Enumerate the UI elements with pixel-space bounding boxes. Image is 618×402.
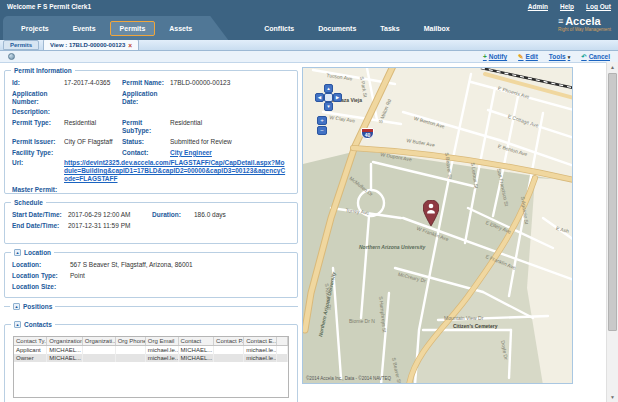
column-header[interactable]: Org Email	[145, 337, 178, 346]
table-cell: MICHAEL...	[47, 346, 83, 355]
zoom-in-button[interactable]: +	[317, 116, 327, 125]
section-title: Contacts	[24, 321, 52, 328]
subtab-view-label: View : 17BLD-00000-00123	[50, 42, 125, 48]
table-cell: michael.le...	[145, 354, 178, 362]
main-nav: ProjectsEventsPermitsAssets ConflictsDoc…	[0, 13, 618, 40]
pan-right-icon[interactable]: ▶	[333, 93, 342, 102]
column-header[interactable]: Organizati...	[82, 337, 115, 346]
close-tab-icon[interactable]: ×	[128, 42, 132, 49]
pan-center-button[interactable]	[324, 93, 333, 102]
interstate-40-shield-icon: 40	[361, 128, 374, 139]
nav-tab-documents[interactable]: Documents	[308, 21, 366, 36]
table-row[interactable]: OwnerMICHAEL...michael.le...MICHAEL...mi…	[14, 354, 288, 362]
column-header[interactable]: Organization	[47, 337, 83, 346]
table-cell: michael.le...	[145, 346, 178, 355]
zoom-out-button[interactable]: −	[317, 126, 327, 135]
logout-link[interactable]: Log Out	[586, 3, 611, 10]
pan-up-icon[interactable]: ▲	[324, 84, 333, 93]
cancel-button[interactable]: ↶Cancel	[581, 53, 610, 61]
nav-secondary-group: ConflictsDocumentsTasksMailbox	[254, 16, 459, 40]
field-label: Application Date:	[122, 90, 170, 106]
table-cell: MICHAEL...	[178, 354, 214, 362]
schedule-section: Schedule Start Date/Time:2017-06-29 12:0…	[4, 202, 298, 244]
table-cell	[277, 354, 288, 362]
field-label: End Date/Time:	[12, 222, 68, 230]
accela-logo: ≡Accela Right of Way Management	[558, 16, 611, 33]
field-value: City OF Flagstaff	[64, 138, 122, 146]
field-label: Facility Type:	[12, 149, 64, 157]
table-header-row: Contact Ty...OrganizationOrganizati...Or…	[14, 337, 288, 346]
schedule-row: Start Date/Time:2017-06-29 12:00 AMDurat…	[12, 211, 291, 219]
field-label: Permit Name:	[122, 79, 170, 87]
top-links: Admin Help Log Out	[528, 3, 611, 10]
subtab-view-permit[interactable]: View : 17BLD-00000-00123 ×	[43, 39, 139, 50]
notify-button[interactable]: +Notify	[483, 53, 507, 60]
permit-info-row: Master Permit:	[12, 186, 291, 194]
permit-info-row: Permit Issuer:City OF FlagstaffStatus:Su…	[12, 138, 291, 146]
content-area: Permit Information Id:17-2017-4-0365Perm…	[0, 63, 618, 402]
column-header[interactable]: Org Phone	[115, 337, 145, 346]
tools-button[interactable]: Tools▾	[549, 53, 570, 60]
field-label: Location:	[12, 261, 70, 269]
nav-tab-tasks[interactable]: Tasks	[370, 21, 409, 36]
field-label: Status:	[122, 138, 170, 146]
url-link[interactable]: https://devint2325.dev.accela.com/FLAGST…	[64, 159, 285, 182]
field-label: Description:	[12, 108, 64, 116]
permit-info-row: Application Number:Application Date:	[12, 90, 291, 106]
field-label: Id:	[12, 79, 64, 87]
location-row: Location Type:Point	[12, 272, 291, 280]
permit-information-section: Permit Information Id:17-2017-4-0365Perm…	[4, 70, 298, 194]
table-cell	[82, 346, 115, 355]
permit-info-row: Url:https://devint2325.dev.accela.com/FL…	[12, 159, 291, 182]
map-copyright: ©2014 Accela Inc., Data - ©2014 NAVTEQ	[306, 376, 391, 381]
nav-tab-events[interactable]: Events	[63, 21, 106, 36]
table-cell	[115, 346, 145, 355]
map-zoom-control: + −	[317, 116, 327, 136]
field-value[interactable]: City Engineer	[170, 149, 291, 157]
help-link[interactable]: Help	[560, 3, 574, 10]
collapse-icon[interactable]: ▲	[14, 249, 21, 256]
pan-left-icon[interactable]: ◀	[315, 93, 324, 102]
gis-map[interactable]: Tucson AveS Park StLa Plaza ViejaS Milto…	[302, 67, 573, 384]
table-row[interactable]: ApplicantMICHAEL...michael.le...MICHAEL.…	[14, 346, 288, 355]
permit-info-row: Facility Type:Contact:City Engineer	[12, 149, 291, 157]
edit-button[interactable]: ✎Edit	[518, 53, 538, 61]
collapse-icon[interactable]: ▲	[14, 321, 21, 328]
nav-tab-projects[interactable]: Projects	[11, 21, 59, 36]
field-value: 567 S Beaver St, Flagstaff, Arizona, 860…	[70, 261, 291, 269]
field-value[interactable]: https://devint2325.dev.accela.com/FLAGST…	[64, 159, 291, 182]
nav-tab-permits[interactable]: Permits	[110, 21, 156, 36]
permit-info-row: Id:17-2017-4-0365Permit Name:17BLD-00000…	[12, 79, 291, 87]
edit-pencil-icon: ✎	[518, 53, 523, 61]
scroll-down-icon[interactable]: ▼	[607, 392, 618, 402]
collapse-icon[interactable]: ▲	[13, 303, 20, 310]
table-cell	[277, 346, 288, 355]
section-title: Permit Information	[14, 67, 72, 74]
accela-logo-icon: ≡	[558, 17, 563, 26]
nav-tab-assets[interactable]: Assets	[159, 21, 202, 36]
column-header[interactable]: Contact E...	[244, 337, 277, 346]
field-value: Residential	[64, 119, 122, 127]
location-section: ▲ Location Location:567 S Beaver St, Fla…	[4, 252, 298, 298]
nav-tab-conflicts[interactable]: Conflicts	[254, 21, 304, 36]
admin-link[interactable]: Admin	[528, 3, 548, 10]
refresh-icon[interactable]	[8, 53, 15, 60]
table-cell: michael.le...	[244, 346, 277, 355]
column-header[interactable]: Contact P...	[214, 337, 244, 346]
notify-plus-icon: +	[483, 53, 487, 60]
subtab-permits[interactable]: Permits	[3, 40, 39, 50]
column-header[interactable]: Contact	[178, 337, 214, 346]
table-cell: MICHAEL...	[178, 346, 214, 355]
vertical-scrollbar[interactable]: ▲ ▼	[606, 62, 618, 402]
column-header[interactable]: Contact Ty...	[14, 337, 47, 346]
scroll-up-icon[interactable]: ▲	[607, 62, 618, 72]
top-bar: Welcome F S Permit Clerk1 Admin Help Log…	[0, 0, 618, 13]
field-label: Location Type:	[12, 272, 70, 280]
table-cell	[214, 354, 244, 362]
permit-info-row: Permit Type:ResidentialPermit SubType:Re…	[12, 119, 291, 135]
contact-link[interactable]: City Engineer	[170, 149, 212, 156]
scrollbar-thumb[interactable]	[608, 73, 617, 331]
pan-down-icon[interactable]: ▼	[324, 102, 333, 111]
nav-tab-mailbox[interactable]: Mailbox	[414, 21, 460, 36]
map-pan-control[interactable]: ▲ ◀▶ ▼	[315, 84, 342, 111]
